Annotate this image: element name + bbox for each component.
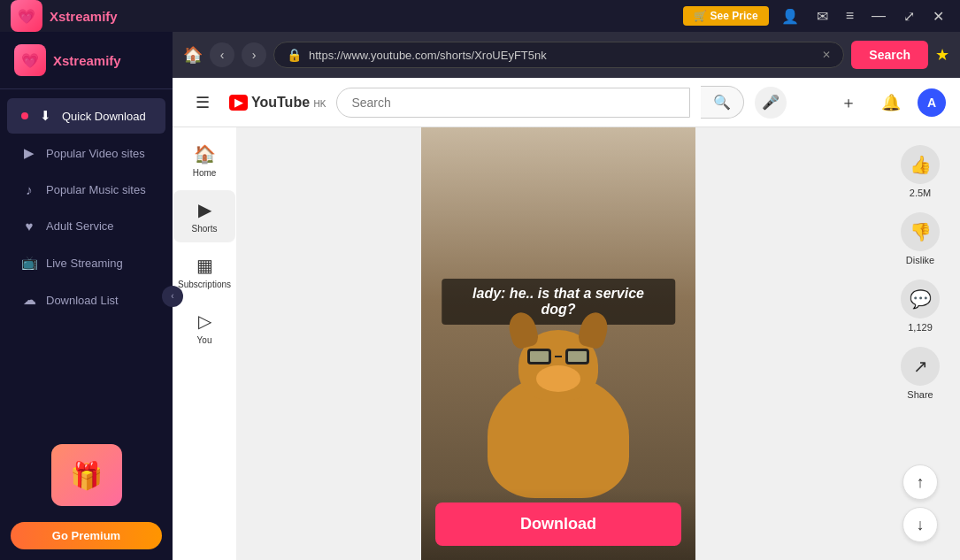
- title-bar-left: 💗 Xstreamify: [11, 0, 118, 32]
- popular-video-label: Popular Video sites: [46, 147, 145, 160]
- share-button[interactable]: ↗: [901, 347, 940, 386]
- sidebar-item-download-list[interactable]: ☁ Download List: [7, 282, 165, 318]
- comment-count: 1,129: [908, 322, 933, 333]
- dog-ear-left: [505, 310, 540, 350]
- yt-shorts-icon: ▶: [198, 199, 211, 220]
- youtube-avatar[interactable]: A: [918, 88, 946, 117]
- forward-button[interactable]: ›: [242, 42, 266, 67]
- see-price-button[interactable]: 🛒 See Price: [683, 6, 768, 26]
- dislike-label: Dislike: [906, 255, 934, 265]
- like-button[interactable]: 👍: [901, 145, 940, 184]
- quick-download-icon: ⬇: [37, 108, 53, 124]
- shorts-video: lady: he.. is that a service dog?: [421, 127, 695, 560]
- youtube-logo: ▶ YouTube HK: [229, 95, 326, 111]
- scroll-arrows: ↑ ↓: [902, 464, 938, 542]
- app-name: Xstreamify: [50, 9, 118, 24]
- share-action[interactable]: ↗ Share: [901, 347, 940, 400]
- popular-music-icon: ♪: [21, 182, 37, 197]
- youtube-left-nav: 🏠 Home ▶ Shorts ▦ Subscriptions ▷: [173, 127, 236, 560]
- sidebar-collapse-button[interactable]: ‹: [162, 286, 183, 307]
- yt-nav-you[interactable]: ▷ You: [173, 302, 235, 354]
- youtube-text: YouTube: [251, 95, 310, 110]
- sidebar-item-popular-video[interactable]: ▶ Popular Video sites: [7, 135, 165, 171]
- comment-button[interactable]: 💬: [901, 280, 940, 318]
- download-list-label: Download List: [46, 294, 119, 307]
- youtube-region: HK: [314, 99, 326, 109]
- menu-icon[interactable]: ≡: [841, 6, 859, 26]
- comment-action[interactable]: 💬 1,129: [901, 280, 940, 333]
- glass-lens-right: [565, 349, 589, 364]
- youtube-search-input[interactable]: [336, 88, 690, 118]
- url-clear-button[interactable]: ✕: [822, 49, 831, 61]
- yt-you-icon: ▷: [198, 311, 211, 332]
- home-button[interactable]: 🏠: [183, 45, 203, 65]
- yt-home-icon: 🏠: [194, 143, 216, 165]
- app-logo-icon: 💗: [11, 0, 42, 32]
- youtube-logo-icon: ▶: [229, 95, 248, 111]
- minimize-button[interactable]: —: [866, 6, 891, 26]
- title-bar-right: 🛒 See Price 👤 ✉ ≡ — ⤢ ✕: [683, 6, 949, 27]
- search-button[interactable]: Search: [851, 41, 928, 69]
- yt-shorts-label: Shorts: [192, 224, 218, 234]
- youtube-mic-button[interactable]: 🎤: [755, 87, 787, 119]
- sidebar-logo: 💗 Xstreamify: [0, 32, 173, 89]
- dislike-action[interactable]: 👎 Dislike: [901, 212, 940, 265]
- share-label: Share: [907, 389, 933, 400]
- mail-icon[interactable]: ✉: [811, 6, 833, 27]
- yt-hamburger-button[interactable]: ☰: [187, 87, 219, 119]
- yt-nav-shorts[interactable]: ▶ Shorts: [173, 190, 235, 242]
- url-text: https://www.youtube.com/shorts/XroUEyFT5…: [309, 49, 815, 62]
- quick-download-label: Quick Download: [62, 110, 146, 123]
- youtube-notifications-button[interactable]: 🔔: [875, 87, 907, 119]
- download-button[interactable]: Download: [435, 502, 681, 546]
- go-premium-button[interactable]: Go Premium: [11, 522, 162, 549]
- yt-you-label: You: [197, 335, 212, 345]
- promo-image: 🎁: [38, 444, 135, 515]
- sidebar-logo-text: Xstreamify: [53, 53, 121, 68]
- scroll-down-button[interactable]: ↓: [902, 507, 938, 542]
- yt-subscriptions-label: Subscriptions: [178, 280, 231, 289]
- popular-video-icon: ▶: [21, 145, 37, 161]
- dog-body: [488, 374, 629, 498]
- dog-glasses: [527, 348, 589, 365]
- dog-snout: [536, 365, 580, 392]
- browser-viewport: ☰ ▶ YouTube HK 🔍 🎤 ＋ 🔔 A: [173, 78, 960, 560]
- adult-service-label: Adult Service: [46, 219, 114, 233]
- youtube-body: 🏠 Home ▶ Shorts ▦ Subscriptions ▷: [173, 127, 960, 560]
- glass-lens-left: [527, 349, 551, 364]
- main-content: 🏠 ‹ › 🔒 https://www.youtube.com/shorts/X…: [173, 32, 960, 560]
- bookmark-button[interactable]: ★: [935, 45, 949, 65]
- youtube-create-button[interactable]: ＋: [833, 87, 864, 119]
- live-streaming-icon: 📺: [21, 255, 37, 271]
- video-player[interactable]: lady: he.. is that a service dog?: [421, 127, 695, 560]
- browser-toolbar: 🏠 ‹ › 🔒 https://www.youtube.com/shorts/X…: [173, 32, 960, 78]
- active-dot: [21, 112, 28, 119]
- yt-nav-subscriptions[interactable]: ▦ Subscriptions: [173, 246, 235, 298]
- profile-icon[interactable]: 👤: [776, 6, 804, 27]
- url-bar[interactable]: 🔒 https://www.youtube.com/shorts/XroUEyF…: [273, 42, 844, 68]
- dog-head: [518, 330, 598, 401]
- youtube-search-button[interactable]: 🔍: [701, 86, 744, 119]
- back-button[interactable]: ‹: [210, 42, 234, 67]
- close-button[interactable]: ✕: [927, 6, 949, 27]
- sidebar-item-quick-download[interactable]: ⬇ Quick Download: [7, 98, 165, 134]
- restore-button[interactable]: ⤢: [898, 6, 920, 27]
- youtube-logo-text: YouTube HK: [251, 95, 326, 111]
- lock-icon: 🔒: [287, 48, 302, 62]
- sidebar-item-adult-service[interactable]: ♥ Adult Service: [7, 209, 165, 243]
- sidebar-item-popular-music[interactable]: ♪ Popular Music sites: [7, 173, 165, 207]
- video-container: lady: he.. is that a service dog?: [236, 127, 960, 560]
- yt-nav-home[interactable]: 🏠 Home: [173, 134, 235, 187]
- youtube-layout: ☰ ▶ YouTube HK 🔍 🎤 ＋ 🔔 A: [173, 78, 960, 560]
- sidebar-promo: 🎁 Go Premium: [0, 433, 173, 560]
- sidebar: 💗 Xstreamify ‹ ⬇ Quick Download ▶ Popula…: [0, 32, 173, 560]
- scroll-up-button[interactable]: ↑: [902, 464, 938, 500]
- yt-home-label: Home: [193, 168, 217, 178]
- dislike-button[interactable]: 👎: [901, 212, 940, 251]
- sidebar-item-live-streaming[interactable]: 📺 Live Streaming: [7, 245, 165, 280]
- download-list-icon: ☁: [21, 292, 37, 308]
- like-action[interactable]: 👍 2.5M: [901, 145, 940, 198]
- youtube-header: ☰ ▶ YouTube HK 🔍 🎤 ＋ 🔔 A: [173, 78, 960, 127]
- sidebar-logo-icon: 💗: [14, 44, 46, 76]
- dog-silhouette: [421, 260, 695, 498]
